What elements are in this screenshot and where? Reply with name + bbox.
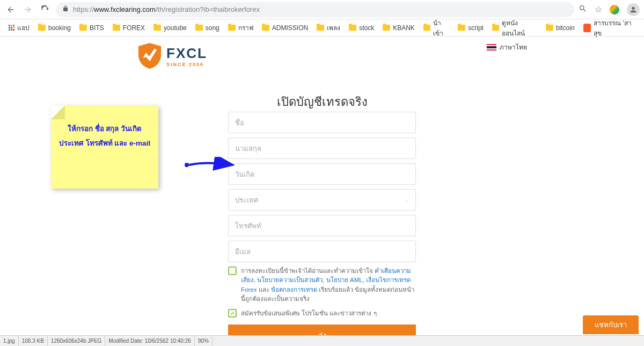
folder-icon [349, 25, 356, 31]
browser-toolbar: https://www.fxclearing.com/th/registrati… [0, 0, 644, 19]
profile-avatar[interactable] [627, 3, 640, 16]
name-input[interactable]: ชื่อ [228, 112, 416, 133]
folder-icon [228, 25, 236, 31]
language-label: ภาษาไทย [500, 42, 527, 52]
folder-icon [492, 25, 499, 31]
svg-point-0 [185, 163, 189, 167]
bookmark-item[interactable]: bitcoin [543, 22, 578, 34]
bookmark-item[interactable]: youtube [150, 22, 190, 34]
birthday-input[interactable]: วันเกิด [228, 163, 416, 185]
folder-icon [79, 25, 87, 31]
note-line: ประเทศ โทรศัพท์ และ e-mail [58, 136, 151, 150]
terms-consent: การลงทะเบียนนี้ข้าพเจ้าได้อ่านและทำความเ… [228, 266, 416, 304]
bookmark-item[interactable]: stock [346, 22, 377, 34]
bookmark-item[interactable]: เพลง [313, 20, 343, 35]
folder-icon [113, 25, 120, 31]
terms-checkbox[interactable] [228, 266, 237, 275]
bookmark-item[interactable]: FOREX [109, 22, 148, 34]
newsletter-consent: สมัครรับข้อเสนอพิเศษ โปรโมชั่น และข่าวสา… [228, 309, 416, 318]
folder-icon [262, 25, 269, 31]
folder-icon [458, 25, 465, 31]
folder-icon [38, 25, 46, 31]
newsletter-label: สมัครรับข้อเสนอพิเศษ โปรโมชั่น และข่าวสา… [241, 309, 377, 318]
language-switcher[interactable]: ภาษาไทย [487, 42, 527, 52]
logo-subtext: SINCE 2006 [166, 62, 207, 67]
url-text: https://www.fxclearing.com/th/registrati… [73, 5, 260, 13]
bookmark-item[interactable]: booking [35, 22, 74, 34]
logo-text: FXCL [166, 45, 207, 62]
page-title: เปิดบัญชีเทรดจริง [277, 92, 368, 111]
logo-shield-icon [138, 43, 161, 69]
status-dimensions: 1260x606x24b JPEG [48, 336, 106, 346]
folder-icon [153, 25, 161, 31]
folder-icon [546, 25, 553, 31]
lock-icon [62, 5, 69, 13]
chat-button[interactable]: แชทกับเรา [583, 315, 639, 334]
registration-form: ชื่อ นามสกุล วันเกิด ประเทศ ⌄ โทรศัพท์ อ… [228, 112, 416, 346]
back-button[interactable] [4, 3, 17, 16]
note-line: ให้กรอก ชื่อ สกุล วันเกิด [58, 121, 151, 136]
address-bar[interactable]: https://www.fxclearing.com/th/registrati… [56, 2, 574, 17]
bookmark-item[interactable]: ADMISSION [259, 22, 311, 34]
status-modified: Modified Date: 10/6/2562 10:40:26 [105, 336, 194, 346]
country-select[interactable]: ประเทศ ⌄ [228, 189, 416, 211]
annotation-arrow-icon [185, 157, 238, 173]
folder-icon [423, 25, 430, 31]
annotation-note: ให้กรอก ชื่อ สกุล วันเกิด ประเทศ โทรศัพท… [51, 105, 158, 189]
forward-button[interactable] [21, 3, 34, 16]
bookmark-item[interactable]: กราฟ [225, 20, 257, 35]
bookmark-item[interactable]: KBANK [379, 22, 418, 34]
star-icon[interactable]: ☆ [595, 4, 602, 15]
note-fold-icon [51, 105, 65, 119]
folder-icon [317, 25, 324, 31]
surname-input[interactable]: นามสกุล [228, 138, 416, 159]
folder-icon [383, 25, 390, 31]
bookmarks-bar: แอป booking BITS FOREX youtube song กราฟ… [0, 19, 644, 37]
email-input[interactable]: อีเมล [228, 241, 416, 262]
folder-icon [195, 25, 203, 31]
flag-thailand-icon [487, 44, 496, 51]
logo[interactable]: FXCL SINCE 2006 [138, 43, 207, 69]
status-filesize: 108.3 KB [19, 336, 48, 346]
aml-link[interactable]: นโยบาย AML [326, 277, 363, 283]
status-zoom: 90% [195, 336, 213, 346]
trading-agreement-link[interactable]: ข้อตกลงการเทรด [271, 286, 317, 293]
apps-icon [9, 25, 14, 31]
extension-icon[interactable] [610, 5, 619, 15]
status-bar: 1.jpg 108.3 KB 1260x606x24b JPEG Modifie… [0, 335, 644, 346]
privacy-link[interactable]: นโยบายความเป็นส่วนตัว [257, 277, 323, 283]
apps-button[interactable]: แอป [5, 20, 33, 35]
reload-button[interactable] [39, 3, 52, 16]
extension-icon [583, 24, 591, 32]
newsletter-checkbox[interactable] [228, 309, 237, 318]
chevron-down-icon: ⌄ [405, 197, 409, 203]
page-content: ภาษาไทย FXCL SINCE 2006 เปิดบัญชีเทรดจริ… [0, 37, 644, 335]
bookmark-item[interactable]: song [192, 22, 223, 34]
bookmark-item[interactable]: BITS [76, 22, 107, 34]
bookmark-item[interactable]: script [455, 22, 487, 34]
phone-input[interactable]: โทรศัพท์ [228, 215, 416, 236]
search-icon[interactable] [579, 4, 587, 15]
status-filename: 1.jpg [0, 336, 19, 346]
